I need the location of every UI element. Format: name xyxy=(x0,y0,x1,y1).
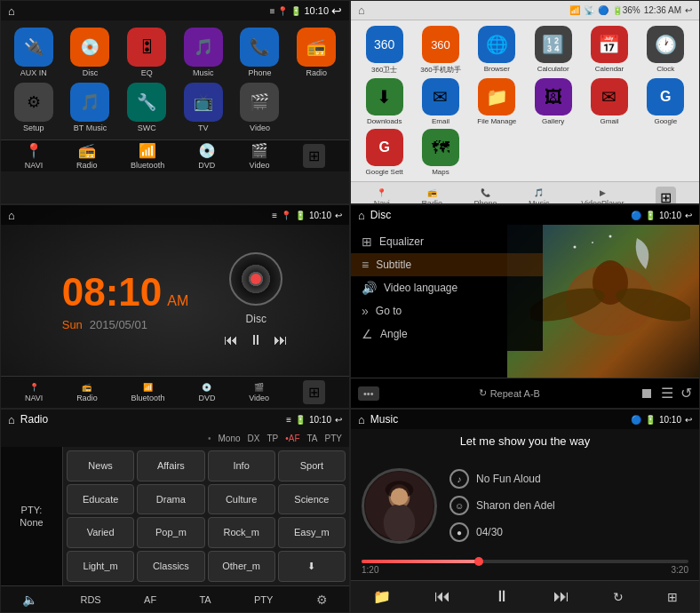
app-downloads[interactable]: ⬇ Downloads xyxy=(358,78,410,125)
grid-btn-p3[interactable]: ⊞ xyxy=(303,380,325,404)
btn-popm[interactable]: Pop_m xyxy=(137,517,204,548)
app-browser[interactable]: 🌐 Browser xyxy=(471,26,523,75)
grid-btn-p2[interactable]: ⊞ xyxy=(656,187,676,204)
app-360-assistant[interactable]: 360 360手机助手 xyxy=(414,26,466,75)
nav-video[interactable]: 🎬 Video xyxy=(250,142,270,170)
app-clock[interactable]: 🕐 Clock xyxy=(640,26,692,75)
home-p3[interactable]: ⌂ xyxy=(8,209,15,222)
pause-button[interactable]: ⏸ xyxy=(249,332,263,348)
nav-phone-p2[interactable]: 📞Phone xyxy=(473,188,497,205)
app-btmusic[interactable]: 🎵 BT Music xyxy=(65,83,116,132)
app-aux-in[interactable]: 🔌 AUX IN xyxy=(8,28,60,77)
menu-video-lang[interactable]: 🔊 Video language xyxy=(351,276,543,299)
app-eq[interactable]: 🎛 EQ xyxy=(121,28,172,77)
settings-radio-icon[interactable]: ⚙ xyxy=(316,593,328,607)
app-phone[interactable]: 📞 Phone xyxy=(235,28,286,77)
btn-classics[interactable]: Classics xyxy=(137,551,204,583)
btn-affairs[interactable]: Affairs xyxy=(137,450,204,482)
repeat-music-btn[interactable]: ↻ xyxy=(613,590,624,604)
back-icon[interactable]: ↩ xyxy=(331,4,342,18)
app-music[interactable]: 🎵 Music xyxy=(178,28,229,77)
nav-navi[interactable]: 📍 NAVI xyxy=(25,142,43,170)
nav-video-p2[interactable]: ▶VideoPlayer xyxy=(581,188,624,205)
menu-angle[interactable]: ∠ Angle xyxy=(351,322,543,346)
back-p3[interactable]: ↩ xyxy=(335,211,342,220)
app-gallery[interactable]: 🖼 Gallery xyxy=(527,78,579,125)
app-360-weishi[interactable]: 360 360卫士 xyxy=(358,26,410,75)
btn-rockm[interactable]: Rock_m xyxy=(208,517,275,548)
stop-btn[interactable]: ⏹ xyxy=(640,386,654,402)
btn-educate[interactable]: Educate xyxy=(67,484,134,515)
app-swc[interactable]: 🔧 SWC xyxy=(121,83,172,132)
app-tv[interactable]: 📺 TV xyxy=(178,83,229,132)
home-icon-p2[interactable]: ⌂ xyxy=(358,4,365,17)
back-p4[interactable]: ↩ xyxy=(685,211,692,220)
day-label: Sun xyxy=(62,318,83,331)
app-gmail[interactable]: ✉ Gmail xyxy=(583,78,635,125)
more-btn[interactable]: ••• xyxy=(358,386,379,401)
app-video[interactable]: 🎬 Video xyxy=(235,83,286,132)
ta-btn[interactable]: TA xyxy=(199,594,211,605)
pause-music-btn[interactable]: ⏸ xyxy=(494,587,510,606)
back-p2[interactable]: ↩ xyxy=(685,5,692,15)
nav-video-p3[interactable]: 🎬 Video xyxy=(249,383,269,402)
repeat-btn[interactable]: ↺ xyxy=(680,385,692,402)
folder-btn[interactable]: 📁 xyxy=(373,588,391,605)
grid-button[interactable]: ⊞ xyxy=(303,144,325,168)
nav-navi-p3[interactable]: 📍 NAVI xyxy=(25,383,43,402)
app-calendar[interactable]: 📅 Calendar xyxy=(583,26,635,75)
menu-equalizer[interactable]: ⊞ Equalizer xyxy=(351,230,543,253)
nav-dvd-p3[interactable]: 💿 DVD xyxy=(198,383,215,402)
radio-button-grid: News Affairs Info Sport Educate Drama Cu… xyxy=(63,447,349,585)
btn-varied[interactable]: Varied xyxy=(67,517,134,548)
btn-drama[interactable]: Drama xyxy=(137,484,204,515)
btn-easym[interactable]: Easy_m xyxy=(278,517,346,548)
home-p5[interactable]: ⌂ xyxy=(8,413,15,426)
next-music-btn[interactable]: ⏭ xyxy=(553,587,569,606)
back-p5[interactable]: ↩ xyxy=(335,415,342,425)
nav-navi-p2[interactable]: 📍Navi xyxy=(374,188,390,205)
btn-lightm[interactable]: Light_m xyxy=(67,551,134,583)
nav-radio-p2[interactable]: 📻Radio xyxy=(421,188,442,205)
home-p4[interactable]: ⌂ xyxy=(358,209,365,222)
home-p6[interactable]: ⌂ xyxy=(358,413,365,426)
btn-culture[interactable]: Culture xyxy=(208,484,275,515)
app-setup[interactable]: ⚙ Setup xyxy=(8,83,60,132)
nav-music-p2[interactable]: 🎵Music xyxy=(529,188,550,205)
disc-circle[interactable] xyxy=(229,252,282,306)
nav-radio[interactable]: 📻 Radio xyxy=(76,142,98,170)
app-filemanager[interactable]: 📁 File Manage xyxy=(471,78,523,125)
music-p2-icon: 🎵 xyxy=(534,188,544,197)
rds-btn[interactable]: RDS xyxy=(80,594,100,605)
prev-button[interactable]: ⏮ xyxy=(224,332,238,348)
btn-science[interactable]: Science xyxy=(278,484,346,515)
app-disc[interactable]: 💿 Disc xyxy=(65,28,116,77)
progress-bar[interactable] xyxy=(362,560,688,563)
nav-bt-p3[interactable]: 📶 Bluetooth xyxy=(131,383,165,402)
menu-btn[interactable]: ☰ xyxy=(661,385,673,402)
home-icon[interactable]: ⌂ xyxy=(8,4,15,18)
vol-down-icon[interactable]: 🔈 xyxy=(22,593,37,607)
af-btn[interactable]: AF xyxy=(144,594,156,605)
btn-otherm[interactable]: Other_m xyxy=(208,551,275,583)
prev-music-btn[interactable]: ⏮ xyxy=(434,587,450,606)
nav-dvd[interactable]: 💿 DVD xyxy=(198,142,216,170)
menu-subtitle[interactable]: ≡ Subtitle xyxy=(351,253,543,276)
btn-sport[interactable]: Sport xyxy=(278,450,346,482)
nav-bluetooth[interactable]: 📶 Bluetooth xyxy=(131,142,164,170)
back-p6[interactable]: ↩ xyxy=(685,415,692,425)
btn-info[interactable]: Info xyxy=(208,450,275,482)
app-calculator[interactable]: 🔢 Calculator xyxy=(527,26,579,75)
pty-btn[interactable]: PTY xyxy=(254,594,273,605)
app-email[interactable]: ✉ Email xyxy=(414,78,466,125)
app-google[interactable]: G Google xyxy=(640,78,692,125)
menu-goto[interactable]: » Go to xyxy=(351,299,543,322)
btn-down[interactable]: ⬇ xyxy=(278,551,346,583)
app-google-settings[interactable]: G Google Sett xyxy=(358,129,410,176)
app-radio[interactable]: 📻 Radio xyxy=(290,28,342,77)
app-maps[interactable]: 🗺 Maps xyxy=(414,129,466,176)
nav-radio-p3[interactable]: 📻 Radio xyxy=(76,383,98,402)
playlist-btn[interactable]: ⊞ xyxy=(667,590,678,604)
next-button[interactable]: ⏭ xyxy=(274,332,288,348)
btn-news[interactable]: News xyxy=(67,450,134,482)
